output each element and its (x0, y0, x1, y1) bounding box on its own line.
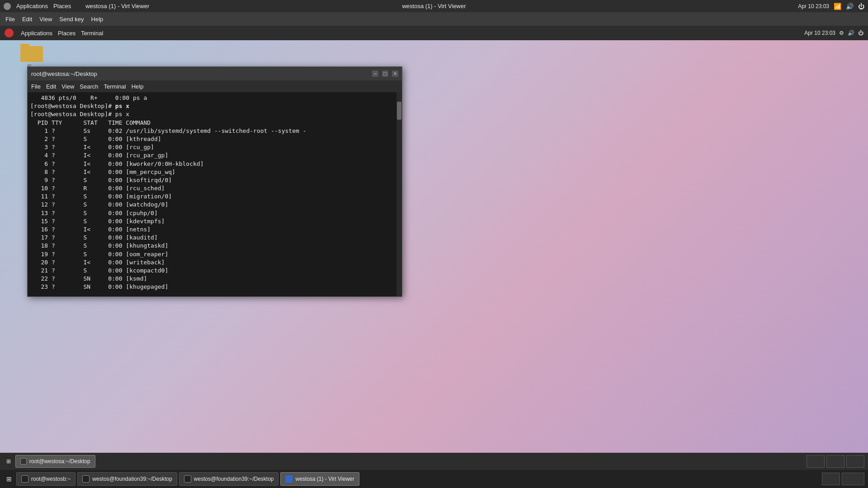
vm-datetime: Apr 10 23:03 (804, 30, 835, 36)
terminal-content[interactable]: 4836 pts/0 R+ 0:00 ps a [root@westosa De… (28, 92, 402, 296)
vv-view-menu[interactable]: View (39, 16, 52, 23)
os-taskbar-btn-2[interactable]: westos@foundation39:~/Desktop (179, 472, 279, 486)
terminal-titlebar: root@westosa:~/Desktop − □ × (28, 67, 402, 80)
os-taskbar: ⊞ root@westosb:~ westos@foundation39:~/D… (0, 470, 868, 488)
vm-apps-icon (5, 28, 14, 38)
host-places-menu[interactable]: Places (53, 3, 71, 9)
vm-terminal-menu[interactable]: Terminal (81, 30, 103, 37)
host-topbar-title: westosa (1) - Virt Viewer (402, 3, 466, 9)
terminal-help-menu[interactable]: Help (132, 83, 144, 90)
vv-file-menu[interactable]: File (5, 16, 15, 23)
terminal-minimize-button[interactable]: − (372, 70, 378, 77)
terminal-close-button[interactable]: × (392, 70, 398, 77)
os-taskbar-btn-3[interactable]: westosa (1) - Virt Viewer (280, 472, 359, 486)
vm-taskbar-terminal-btn[interactable]: root@westosa:~/Desktop (15, 455, 95, 468)
vv-sendkey-menu[interactable]: Send key (59, 16, 84, 23)
desktop-folder[interactable]: rc... (18, 44, 45, 68)
os-taskbar-show-desktop[interactable]: ⊞ (4, 475, 14, 483)
os-taskbar-label-0: root@westosb:~ (31, 476, 71, 482)
virt-viewer-menubar: File Edit View Send key Help (0, 12, 868, 26)
os-taskbar-icon-3 (285, 475, 292, 483)
vm-panel-right: Apr 10 23:03 ⚙ 🔊 ⏻ (804, 30, 863, 36)
vm-settings-icon[interactable]: ⚙ (839, 30, 844, 36)
host-power-icon: ⏻ (858, 3, 864, 10)
vm-taskbar-right (807, 455, 864, 468)
os-taskbar-right (822, 473, 864, 485)
terminal-title: root@westosa:~/Desktop (31, 70, 97, 77)
terminal-scrollbar[interactable] (396, 92, 402, 296)
os-taskbar-icon-1 (82, 475, 90, 483)
terminal-menubar: File Edit View Search Terminal Help (28, 80, 402, 92)
vm-taskbar-show-desktop[interactable]: ⊞ (4, 458, 14, 465)
terminal-output: 4836 pts/0 R+ 0:00 ps a [root@westosa De… (30, 94, 399, 291)
terminal-search-menu[interactable]: Search (80, 83, 98, 90)
vm-applications-menu[interactable]: Applications (21, 30, 52, 37)
vm-power-icon[interactable]: ⏻ (858, 30, 863, 36)
vv-edit-menu[interactable]: Edit (22, 16, 32, 23)
os-taskbar-label-3: westosa (1) - Virt Viewer (295, 476, 354, 482)
terminal-edit-menu[interactable]: Edit (46, 83, 56, 90)
vv-help-menu[interactable]: Help (91, 16, 104, 23)
terminal-view-menu[interactable]: View (61, 83, 74, 90)
vm-display-area: Applications Places Terminal Apr 10 23:0… (0, 26, 868, 470)
os-taskbar-icon-0 (21, 475, 28, 483)
vm-taskbar: ⊞ root@westosa:~/Desktop (0, 453, 868, 470)
os-taskbar-btn-1[interactable]: westos@foundation39:~/Desktop (77, 472, 177, 486)
vm-taskbar-pager-1[interactable] (807, 455, 825, 468)
host-time: Apr 10 23:03 (798, 3, 829, 9)
terminal-scrollbar-thumb[interactable] (397, 102, 401, 120)
terminal-terminal-menu[interactable]: Terminal (104, 83, 126, 90)
vm-taskbar-terminal-icon (20, 458, 27, 465)
terminal-file-menu[interactable]: File (31, 83, 41, 90)
os-taskbar-pager-1[interactable] (822, 473, 840, 485)
terminal-window-controls: − □ × (372, 70, 398, 77)
vm-panel-left: Applications Places Terminal (5, 28, 103, 38)
os-taskbar-btn-0[interactable]: root@westosb:~ (16, 472, 75, 486)
os-taskbar-label-2: westos@foundation39:~/Desktop (194, 476, 274, 482)
os-taskbar-icon-2 (184, 475, 191, 483)
host-volume-icon: 🔊 (846, 3, 854, 10)
host-topbar-left: Applications Places westosa (1) - Virt V… (4, 3, 149, 10)
vm-taskbar-pager-2[interactable] (826, 455, 844, 468)
vm-taskbar-icons: ⊞ (4, 458, 14, 465)
terminal-window: root@westosa:~/Desktop − □ × File Edit V… (27, 66, 402, 297)
os-logo-icon (4, 3, 11, 10)
host-topbar: Applications Places westosa (1) - Virt V… (0, 0, 868, 12)
vm-volume-icon[interactable]: 🔊 (848, 30, 854, 36)
vm-taskbar-pager-3[interactable] (846, 455, 864, 468)
terminal-maximize-button[interactable]: □ (382, 70, 388, 77)
folder-body (20, 46, 43, 62)
vm-taskbar-terminal-label: root@westosa:~/Desktop (29, 458, 90, 465)
host-wifi-icon: 📶 (834, 3, 841, 10)
os-taskbar-pager-2[interactable] (842, 473, 864, 485)
vm-panel: Applications Places Terminal Apr 10 23:0… (0, 26, 868, 40)
os-taskbar-label-1: westos@foundation39:~/Desktop (92, 476, 172, 482)
host-apps-menu[interactable]: Applications (16, 3, 48, 9)
host-app-name: westosa (1) - Virt Viewer (85, 3, 149, 9)
folder-icon (20, 44, 43, 62)
host-topbar-right: Apr 10 23:03 📶 🔊 ⏻ (798, 3, 864, 10)
vm-places-menu[interactable]: Places (58, 30, 75, 37)
